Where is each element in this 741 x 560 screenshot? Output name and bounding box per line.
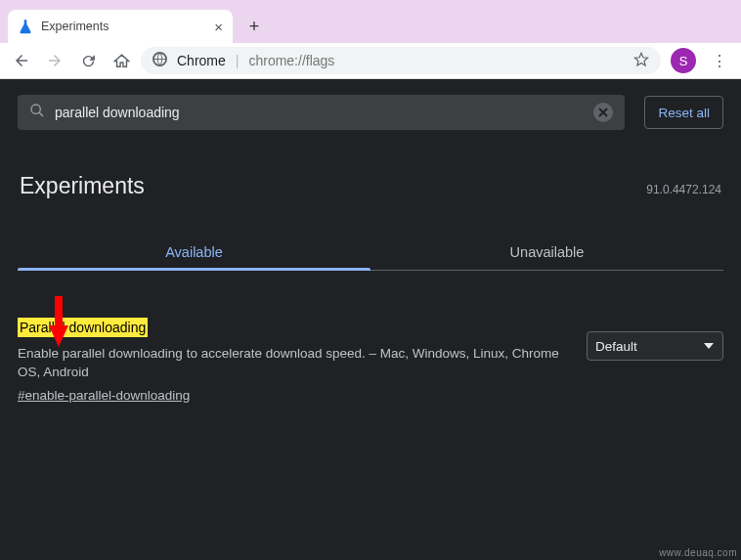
flag-item: Parallel downloading Enable parallel dow…	[18, 318, 723, 405]
url-separator: |	[236, 53, 240, 68]
page-title: Experiments	[20, 173, 145, 199]
profile-avatar-button[interactable]: S	[671, 48, 696, 73]
clear-search-icon[interactable]	[593, 103, 613, 122]
chrome-version-label: 91.0.4472.124	[646, 183, 721, 196]
annotation-arrow-icon	[47, 296, 70, 347]
watermark: www.deuaq.com	[659, 547, 737, 558]
search-query-text: parallel downloading	[55, 105, 584, 120]
address-bar[interactable]: Chrome | chrome://flags	[141, 47, 661, 74]
tab-available[interactable]: Available	[18, 235, 370, 270]
tab-unavailable[interactable]: Unavailable	[370, 235, 723, 270]
account-indicator-icon[interactable]	[559, 0, 604, 27]
tab-close-icon[interactable]: ×	[214, 19, 223, 35]
page-header: Experiments 91.0.4472.124	[18, 173, 723, 199]
browser-tab-active[interactable]: Experiments ×	[8, 10, 233, 43]
flag-anchor-link[interactable]: #enable-parallel-downloading	[18, 386, 190, 406]
svg-point-8	[31, 105, 40, 113]
back-button[interactable]	[8, 47, 35, 74]
flag-description: Enable parallel downloading to accelerat…	[18, 344, 567, 382]
home-button[interactable]	[108, 47, 135, 74]
search-input[interactable]: parallel downloading	[18, 95, 625, 130]
svg-point-1	[580, 12, 584, 16]
flag-text-column: Parallel downloading Enable parallel dow…	[18, 318, 567, 405]
search-icon	[29, 103, 45, 122]
flask-icon	[18, 19, 33, 34]
browser-toolbar: Chrome | chrome://flags S ⋮	[0, 43, 741, 79]
forward-button[interactable]	[41, 47, 68, 74]
new-tab-button[interactable]: +	[240, 13, 268, 40]
site-info-icon[interactable]	[153, 52, 167, 69]
svg-marker-12	[49, 296, 68, 347]
flags-page: parallel downloading Reset all Experimen…	[0, 79, 741, 560]
bookmark-star-icon[interactable]	[633, 52, 649, 70]
section-tabs: Available Unavailable	[18, 235, 723, 271]
browser-menu-button[interactable]: ⋮	[706, 47, 733, 74]
window-close-button[interactable]	[694, 0, 739, 27]
profile-initial: S	[679, 54, 688, 68]
reload-button[interactable]	[74, 47, 102, 74]
flag-state-select[interactable]: Default	[587, 331, 723, 361]
window-minimize-button[interactable]	[604, 0, 649, 27]
reset-all-button[interactable]: Reset all	[644, 96, 723, 129]
url-path: chrome://flags	[248, 53, 334, 68]
flag-select-wrap: Default	[587, 331, 723, 361]
svg-line-9	[39, 112, 43, 116]
svg-rect-3	[668, 10, 676, 19]
browser-tab-title: Experiments	[41, 20, 109, 33]
url-origin-label: Chrome	[177, 53, 226, 68]
window-maximize-button[interactable]	[649, 0, 694, 27]
search-row: parallel downloading Reset all	[18, 95, 723, 130]
flag-title: Parallel downloading	[18, 318, 148, 337]
